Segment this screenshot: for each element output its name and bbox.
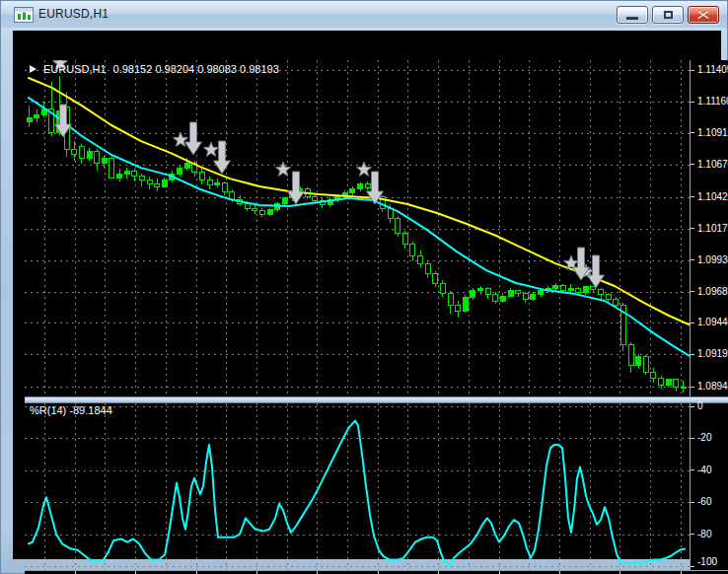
- candle: [275, 202, 280, 212]
- candle: [539, 290, 544, 298]
- sell-arrow-icon: [288, 172, 305, 204]
- candle: [500, 293, 505, 302]
- minimize-icon: [626, 17, 638, 20]
- candle: [207, 177, 212, 189]
- candle: [35, 109, 39, 122]
- candle: [553, 283, 558, 291]
- candle: [523, 292, 528, 302]
- close-icon: [697, 10, 709, 20]
- candle: [124, 168, 129, 179]
- candle: [666, 379, 671, 388]
- candle: [568, 284, 573, 292]
- candle: [155, 179, 160, 191]
- candle: [425, 261, 430, 278]
- axis-tick: [691, 534, 694, 535]
- signal-star-icon: [275, 162, 290, 177]
- main-grid: [25, 60, 690, 396]
- price-tick-label: 1.09195: [697, 348, 728, 359]
- candle: [418, 251, 423, 267]
- candle: [478, 286, 483, 295]
- price-tick-label: 1.11160: [697, 96, 728, 107]
- terminal-window: EURUSD,H1 EURUSD,H1 0.98152 0.98204 0.98…: [0, 0, 728, 574]
- price-axis[interactable]: 1.114051.111601.109151.106701.104201.101…: [690, 60, 728, 396]
- candle: [583, 286, 588, 295]
- candle: [674, 379, 679, 392]
- price-tick-label: 1.09440: [697, 317, 728, 327]
- chart-client-area: EURUSD,H1 0.98152 0.98204 0.98083 0.9819…: [13, 31, 721, 559]
- candle: [651, 368, 656, 382]
- restore-button[interactable]: [652, 6, 684, 24]
- candle: [493, 292, 498, 304]
- price-tick-label: 1.10670: [697, 159, 728, 170]
- signal-star-icon: [203, 142, 218, 157]
- wpr-tick-label: -20: [697, 432, 711, 443]
- candle: [215, 179, 220, 187]
- restore-icon: [664, 11, 673, 19]
- candle: [599, 288, 604, 298]
- candle: [396, 216, 400, 237]
- candle: [199, 169, 204, 184]
- axis-tick: [691, 323, 694, 323]
- candle: [516, 290, 521, 298]
- axis-tick: [691, 291, 694, 292]
- candle: [117, 169, 122, 181]
- candle: [147, 177, 152, 189]
- candle: [358, 182, 363, 191]
- window-title: EURUSD,H1: [38, 7, 109, 21]
- panel-splitter[interactable]: [25, 396, 728, 403]
- candle: [178, 166, 182, 176]
- sell-arrow-icon: [214, 141, 231, 174]
- wpr-line: [29, 421, 685, 565]
- legend-triangle-icon: [30, 65, 36, 73]
- candle: [328, 197, 332, 207]
- legend-ohlc: 0.98152 0.98204 0.98083 0.98193: [113, 63, 279, 75]
- candle: [79, 144, 84, 164]
- signal-star-icon: [356, 162, 371, 177]
- axis-tick: [691, 566, 694, 567]
- wpr-grid: [25, 403, 690, 570]
- candle: [222, 181, 227, 195]
- candle: [87, 148, 92, 161]
- candle: [620, 303, 625, 352]
- candle: [440, 280, 445, 297]
- title-bar[interactable]: EURUSD,H1: [1, 1, 727, 28]
- candle: [27, 106, 32, 127]
- close-button[interactable]: [688, 6, 719, 24]
- candle: [485, 287, 490, 299]
- candle: [350, 186, 355, 195]
- candle: [320, 198, 325, 208]
- time-axis[interactable]: 31 Mar 202231 Mar 22:001 Apr 06:001 Apr …: [25, 570, 728, 574]
- candle: [410, 242, 415, 259]
- axis-tick: [691, 502, 694, 503]
- price-tick-label: 1.11405: [697, 64, 728, 75]
- candle: [643, 355, 648, 375]
- minimize-button[interactable]: [617, 6, 648, 24]
- wpr-axis[interactable]: 0-20-40-60-80-100: [690, 403, 728, 570]
- axis-tick: [691, 102, 694, 103]
- axis-tick: [691, 438, 694, 439]
- axis-tick: [691, 70, 694, 71]
- candle: [95, 149, 100, 171]
- axis-tick: [691, 354, 694, 355]
- candle: [253, 204, 257, 213]
- axis-tick: [691, 469, 694, 470]
- wpr-indicator-panel[interactable]: [25, 403, 690, 570]
- legend-symbol: EURUSD,H1: [43, 63, 107, 75]
- candle: [259, 208, 264, 217]
- candle: [365, 181, 370, 190]
- wpr-tick-label: 0: [697, 400, 703, 411]
- candle: [132, 169, 137, 181]
- price-tick-label: 1.10420: [697, 191, 728, 202]
- wpr-tick-label: -60: [697, 496, 711, 507]
- price-tick-label: 1.09685: [697, 286, 728, 297]
- signal-star-icon: [173, 132, 187, 147]
- axis-tick: [691, 387, 694, 388]
- candle: [471, 288, 475, 300]
- main-price-panel[interactable]: [25, 60, 690, 396]
- chart-legend: EURUSD,H1 0.98152 0.98204 0.98083 0.9819…: [30, 63, 279, 75]
- candle: [456, 301, 461, 318]
- candle: [636, 354, 641, 370]
- axis-tick: [691, 196, 694, 197]
- candle: [433, 271, 438, 287]
- wpr-tick-label: -40: [697, 465, 711, 475]
